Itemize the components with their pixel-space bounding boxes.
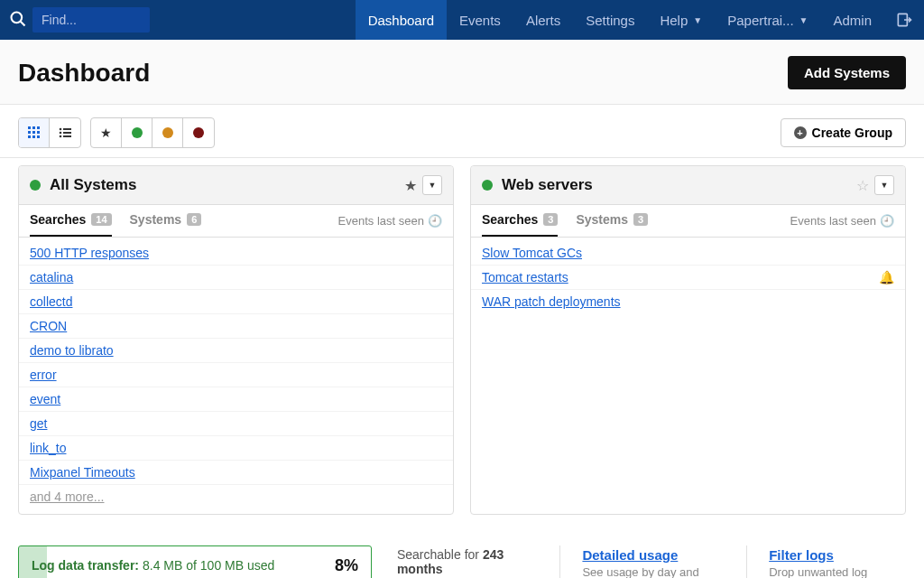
chevron-down-icon: ▼ bbox=[693, 15, 702, 25]
svg-rect-13 bbox=[63, 128, 71, 130]
search-link[interactable]: get bbox=[30, 416, 47, 431]
svg-point-12 bbox=[60, 128, 62, 131]
tabs: Searches14 Systems6 Events last seen🕘 bbox=[19, 205, 453, 238]
tab-searches[interactable]: Searches14 bbox=[30, 212, 112, 237]
svg-rect-17 bbox=[63, 135, 71, 137]
transfer-percent: 8% bbox=[335, 556, 358, 575]
panel-web-servers: Web servers ☆ ▼ Searches3 Systems3 Event… bbox=[470, 165, 906, 515]
list-item: catalina bbox=[19, 266, 453, 290]
detailed-usage-link[interactable]: Detailed usage bbox=[582, 547, 721, 563]
toolbar: ★ +Create Group bbox=[0, 105, 924, 158]
nav-settings[interactable]: Settings bbox=[573, 0, 647, 40]
detailed-usage-sub: See usage by day and system bbox=[582, 565, 721, 578]
top-nav: Dashboard Events Alerts Settings Help▼ P… bbox=[0, 0, 924, 40]
more-link[interactable]: and 4 more... bbox=[19, 485, 453, 508]
filter-star[interactable]: ★ bbox=[91, 118, 122, 147]
svg-rect-11 bbox=[37, 135, 40, 138]
nav-help[interactable]: Help▼ bbox=[647, 0, 715, 40]
transfer-label: Log data transfer: bbox=[32, 558, 139, 573]
view-toggle bbox=[18, 117, 81, 148]
filter-orange[interactable] bbox=[152, 118, 183, 147]
page-header: Dashboard Add Systems bbox=[0, 40, 924, 105]
panel-header: Web servers ☆ ▼ bbox=[471, 166, 905, 205]
events-last-seen: Events last seen🕘 bbox=[338, 214, 442, 236]
add-systems-button[interactable]: Add Systems bbox=[788, 56, 906, 89]
grid-view-button[interactable] bbox=[19, 118, 50, 147]
tabs: Searches3 Systems3 Events last seen🕘 bbox=[471, 205, 905, 238]
favorite-toggle[interactable]: ★ bbox=[404, 177, 417, 194]
search-list: 500 HTTP responses catalina collectd CRO… bbox=[19, 238, 453, 514]
nav-alerts[interactable]: Alerts bbox=[513, 0, 573, 40]
search-link[interactable]: error bbox=[30, 368, 57, 382]
filter-logs-block: Filter logs Drop unwanted log messages bbox=[746, 545, 906, 578]
list-item: demo to librato bbox=[19, 339, 453, 363]
search-link[interactable]: 500 HTTP responses bbox=[30, 246, 149, 260]
svg-rect-7 bbox=[32, 131, 35, 134]
svg-point-0 bbox=[12, 12, 23, 23]
search-link[interactable]: event bbox=[30, 392, 60, 406]
search-link[interactable]: CRON bbox=[30, 319, 67, 333]
svg-rect-4 bbox=[32, 126, 35, 129]
status-dot-icon bbox=[30, 180, 41, 191]
log-transfer-meter[interactable]: Log data transfer: 8.4 MB of 100 MB used… bbox=[18, 545, 372, 578]
nav-admin[interactable]: Admin bbox=[820, 0, 884, 40]
clock-icon: 🕘 bbox=[880, 214, 894, 228]
list-item: Tomcat restarts🔔 bbox=[471, 266, 905, 290]
search-wrap bbox=[0, 0, 155, 40]
panel-all-systems: All Systems ★ ▼ Searches14 Systems6 Even… bbox=[18, 165, 454, 515]
transfer-text: 8.4 MB of 100 MB used bbox=[143, 558, 274, 573]
search-link[interactable]: demo to librato bbox=[30, 343, 114, 358]
panel-header: All Systems ★ ▼ bbox=[19, 166, 453, 205]
svg-rect-8 bbox=[37, 131, 40, 134]
tab-systems[interactable]: Systems3 bbox=[576, 212, 648, 237]
tab-systems[interactable]: Systems6 bbox=[130, 212, 202, 237]
nav-dashboard[interactable]: Dashboard bbox=[356, 0, 447, 40]
detailed-usage-block: Detailed usage See usage by day and syst… bbox=[559, 545, 721, 578]
filter-red[interactable] bbox=[183, 118, 214, 147]
list-item: get bbox=[19, 412, 453, 436]
svg-line-1 bbox=[21, 21, 25, 25]
svg-rect-9 bbox=[28, 135, 31, 138]
list-item: CRON bbox=[19, 314, 453, 339]
filter-green[interactable] bbox=[122, 118, 152, 147]
list-item: collectd bbox=[19, 290, 453, 314]
create-group-button[interactable]: +Create Group bbox=[781, 118, 906, 147]
svg-rect-10 bbox=[32, 135, 35, 138]
logout-button[interactable] bbox=[884, 0, 924, 40]
search-link[interactable]: collectd bbox=[30, 294, 72, 309]
favorite-toggle[interactable]: ☆ bbox=[856, 177, 869, 194]
search-link[interactable]: WAR patch deployments bbox=[482, 294, 621, 309]
filter-group: ★ bbox=[90, 117, 215, 148]
list-item: link_to bbox=[19, 436, 453, 461]
panel-menu[interactable]: ▼ bbox=[874, 175, 894, 195]
filter-logs-link[interactable]: Filter logs bbox=[769, 547, 906, 563]
events-last-seen: Events last seen🕘 bbox=[790, 214, 894, 236]
list-item: Slow Tomcat GCs bbox=[471, 241, 905, 266]
tab-searches[interactable]: Searches3 bbox=[482, 212, 558, 237]
list-item: WAR patch deployments bbox=[471, 290, 905, 313]
nav-account[interactable]: Papertrai...▼ bbox=[715, 0, 820, 40]
plus-icon: + bbox=[794, 126, 807, 139]
list-item: event bbox=[19, 387, 453, 412]
dot-orange-icon bbox=[162, 127, 173, 138]
panel-title: All Systems bbox=[50, 176, 395, 194]
svg-point-16 bbox=[60, 135, 62, 138]
svg-rect-15 bbox=[63, 132, 71, 134]
search-link[interactable]: Mixpanel Timeouts bbox=[30, 465, 135, 480]
status-dot-icon bbox=[482, 180, 493, 191]
search-link[interactable]: Tomcat restarts bbox=[482, 270, 568, 284]
dot-green-icon bbox=[132, 127, 143, 138]
bell-icon: 🔔 bbox=[879, 270, 894, 284]
search-link[interactable]: link_to bbox=[30, 441, 66, 455]
filter-logs-sub: Drop unwanted log messages bbox=[769, 565, 906, 578]
list-view-button[interactable] bbox=[50, 118, 80, 147]
search-link[interactable]: catalina bbox=[30, 270, 73, 284]
search-input[interactable] bbox=[32, 7, 150, 33]
panel-menu[interactable]: ▼ bbox=[422, 175, 442, 195]
svg-rect-3 bbox=[28, 126, 31, 129]
list-item: 500 HTTP responses bbox=[19, 241, 453, 266]
nav-events[interactable]: Events bbox=[447, 0, 513, 40]
svg-point-14 bbox=[60, 132, 62, 135]
page-title: Dashboard bbox=[18, 59, 150, 88]
search-link[interactable]: Slow Tomcat GCs bbox=[482, 246, 582, 260]
